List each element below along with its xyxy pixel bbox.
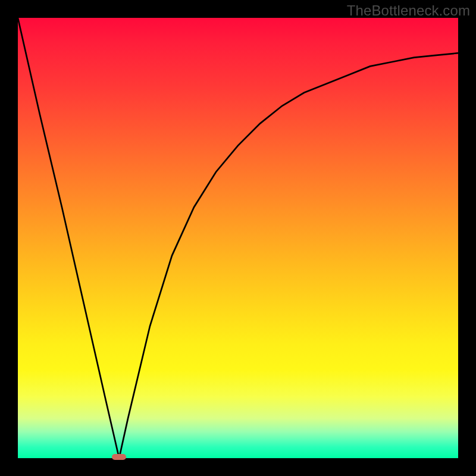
chart-plot-area	[18, 18, 458, 458]
watermark-text: TheBottleneck.com	[347, 2, 470, 19]
minimum-marker	[112, 454, 126, 460]
bottleneck-curve	[18, 18, 458, 458]
curve-svg	[18, 18, 458, 458]
chart-frame: TheBottleneck.com	[0, 0, 476, 476]
